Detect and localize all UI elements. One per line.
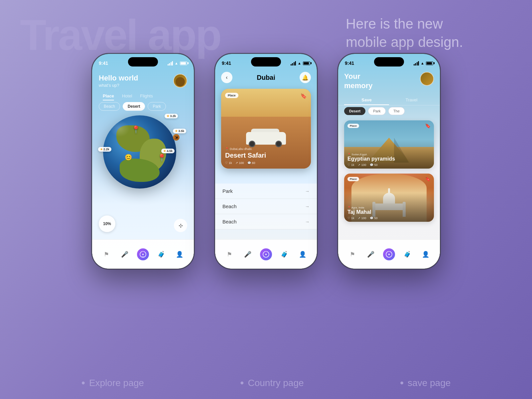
phone-labels: Explore page Country page save page xyxy=(0,377,532,389)
tajmahal-location: 📍 Agra, India xyxy=(347,206,364,209)
tab-place[interactable]: Place xyxy=(99,92,118,100)
status-icons-3: ▲ xyxy=(414,61,433,66)
location-pin-1: 📍 xyxy=(131,125,140,134)
tab-save[interactable]: Save xyxy=(344,95,389,105)
status-icons-2: ▲ xyxy=(291,61,310,66)
tab-flights[interactable]: Flights xyxy=(136,92,157,100)
dynamic-island-1 xyxy=(128,57,158,66)
memory-tabs: Save Travel xyxy=(338,95,440,105)
place-arrow-1: → xyxy=(305,189,310,194)
bell-button[interactable]: 🔔 xyxy=(300,72,311,83)
pin-35k: ★ 3.5k 🏜 xyxy=(173,129,186,141)
nav-luggage-3[interactable]: 🧳 xyxy=(401,248,413,260)
phone-country: 9:41 ▲ ‹ Dubai 🔔 xyxy=(214,53,318,269)
phone-explore-inner: 9:41 ▲ Hello world what's up? xyxy=(92,54,194,269)
safari-card-main[interactable]: Place 🔖 📍Dubai,abu dhabi. Desert Safari … xyxy=(221,89,311,169)
city-title: Dubai xyxy=(257,74,275,81)
tajmahal-stats: ♡ 1k ↗ 100 💬 50 xyxy=(347,216,378,220)
chip-beach[interactable]: Beach xyxy=(99,102,120,111)
list-item-1[interactable]: Park → xyxy=(215,184,317,199)
suv-car xyxy=(246,129,286,149)
back-button[interactable]: ‹ xyxy=(221,72,232,83)
pin-22k: ★ 2.2k xyxy=(98,147,111,152)
nav-person-1[interactable]: 👤 xyxy=(174,248,186,260)
nav-luggage-1[interactable]: 🧳 xyxy=(155,248,167,260)
stat-likes: ♡ 1k xyxy=(225,161,232,165)
signal-icon-2 xyxy=(291,61,296,66)
tajmahal-shares: ↗ 100 xyxy=(358,216,366,220)
chip3-the[interactable]: The xyxy=(388,107,405,115)
nav-compass-2[interactable] xyxy=(260,248,272,260)
pyramid-badge: Place xyxy=(347,124,359,128)
app-subtitle-block: Here is the new mobile app design. xyxy=(346,15,472,51)
phone3-header: Yourmemory xyxy=(338,70,440,92)
pin-45k: ★ 4.5k xyxy=(161,149,175,154)
tab-travel[interactable]: Travel xyxy=(389,95,434,105)
status-time-3: 9:41 xyxy=(345,61,354,66)
chip-desert[interactable]: Desert xyxy=(123,102,145,111)
list-item-3[interactable]: Beach → xyxy=(215,214,317,229)
list-item-2[interactable]: Beach → xyxy=(215,199,317,214)
nav-person-3[interactable]: 👤 xyxy=(420,248,432,260)
nav-flag-3[interactable]: ⚑ xyxy=(346,248,358,260)
phone-explore: 9:41 ▲ Hello world what's up? xyxy=(91,53,195,269)
battery-icon-1 xyxy=(180,62,187,65)
nav-mic-3[interactable]: 🎤 xyxy=(365,248,377,260)
nav-flag-2[interactable]: ⚑ xyxy=(223,248,235,260)
card-stats: ♡ 1k ↗ 100 💬 60 xyxy=(225,161,307,165)
nav-flag-1[interactable]: ⚑ xyxy=(100,248,112,260)
pyramid-bookmark[interactable]: 🔖 xyxy=(425,123,431,128)
globe-shine xyxy=(110,120,130,137)
card-info: 📍Dubai,abu dhabi. Desert Safari ♡ 1k ↗ 1… xyxy=(225,147,307,165)
bottom-nav-1: ⚑ 🎤 🧳 👤 xyxy=(92,239,194,269)
pyramid-name: Egyptian pyramids xyxy=(347,156,395,162)
scan-icon[interactable]: ⊹ xyxy=(174,219,187,232)
nav-mic-2[interactable]: 🎤 xyxy=(242,248,254,260)
nav-mic-1[interactable]: 🎤 xyxy=(119,248,131,260)
avatar-3[interactable] xyxy=(420,72,434,86)
label-country: Country page xyxy=(240,377,304,389)
nav-compass-3[interactable] xyxy=(383,248,395,260)
tajmahal-name: Taj Mahal xyxy=(347,209,371,215)
chip3-desert[interactable]: Desert xyxy=(344,107,365,115)
dynamic-island-3 xyxy=(374,57,404,66)
place-card-pyramids[interactable]: Place 🔖 📍 Sudan,Egypt. Egyptian pyramids… xyxy=(344,120,434,169)
tab-hotel[interactable]: Hotel xyxy=(118,92,136,100)
place-name-2: Beach xyxy=(222,203,237,209)
pyramid-comments: 💬 50 xyxy=(370,163,378,167)
label-explore: Explore page xyxy=(81,377,144,389)
car-wheel-right xyxy=(275,141,282,147)
svg-point-8 xyxy=(388,254,390,255)
pin-emoji-1: 😊 xyxy=(125,154,132,161)
avatar-1[interactable] xyxy=(173,74,187,88)
nav-luggage-2[interactable]: 🧳 xyxy=(278,248,290,260)
status-time-1: 9:41 xyxy=(99,61,108,66)
tajmahal-bookmark[interactable]: 🔖 xyxy=(425,176,431,182)
card-bookmark[interactable]: 🔖 xyxy=(300,93,307,99)
safari-card: Place 🔖 📍Dubai,abu dhabi. Desert Safari … xyxy=(221,89,311,179)
place-card-tajmahal[interactable]: Place 🔖 📍 Agra, India Taj Mahal ♡ 1k ↗ 1… xyxy=(344,174,434,222)
phone1-header: Hello world what's up? xyxy=(92,71,194,90)
stat-shares: ↗ 100 xyxy=(235,161,244,165)
card-location: 📍Dubai,abu dhabi. xyxy=(225,147,307,151)
card-badge: Place xyxy=(225,93,238,98)
progress-circle: 10% xyxy=(99,215,115,232)
progress-area: 10% xyxy=(99,215,115,232)
place-arrow-2: → xyxy=(305,204,310,209)
filter-chips-1: Beach Desert Park xyxy=(92,102,194,111)
chip3-park[interactable]: Park xyxy=(368,107,386,115)
nav-compass-1[interactable] xyxy=(137,248,149,260)
dynamic-island-2 xyxy=(251,57,281,66)
hello-text: Hello world xyxy=(99,74,138,82)
pyramid-location: 📍 Sudan,Egypt. xyxy=(347,153,367,156)
nav-person-2[interactable]: 👤 xyxy=(297,248,309,260)
status-icons-1: ▲ xyxy=(168,61,187,66)
phones-container: 9:41 ▲ Hello world what's up? xyxy=(0,53,532,269)
place-list: Park → Beach → Beach → xyxy=(215,184,317,229)
memory-title: Yourmemory xyxy=(344,72,373,90)
wifi-icon-2: ▲ xyxy=(298,61,301,65)
chip-park[interactable]: Park xyxy=(148,102,166,111)
stat-comments: 💬 60 xyxy=(247,161,255,165)
place-arrow-3: → xyxy=(305,219,310,224)
wifi-icon-3: ▲ xyxy=(421,61,424,65)
